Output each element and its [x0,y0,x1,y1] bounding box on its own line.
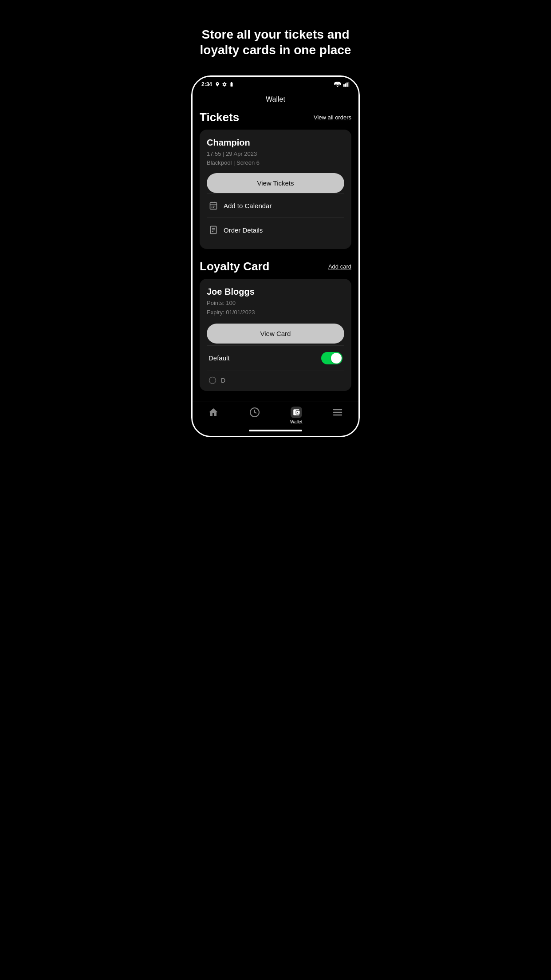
wallet-icon [291,407,302,418]
nav-item-wallet[interactable]: Wallet [276,407,317,424]
ticket-card-location: Blackpool | Screen 6 [207,158,344,167]
home-bar [249,430,302,431]
document-icon [209,225,218,235]
svg-rect-2 [346,83,348,87]
order-details-label: Order Details [224,226,263,234]
svg-rect-10 [215,206,216,207]
loyalty-section-header: Loyalty Card Add card [200,260,351,273]
tickets-section-header: Tickets View all orders [200,111,351,124]
view-card-button[interactable]: View Card [207,324,344,344]
battery-icon [229,82,234,87]
menu-icon [332,407,343,418]
loyalty-title: Loyalty Card [200,260,270,273]
partial-text: D [221,377,225,384]
svg-rect-3 [348,82,350,87]
add-to-calendar-row[interactable]: Add to Calendar [207,194,344,217]
view-tickets-button[interactable]: View Tickets [207,173,344,193]
history-icon [249,407,260,418]
partial-icon [209,376,216,384]
svg-rect-9 [213,206,214,207]
nav-item-history[interactable] [234,407,276,418]
svg-rect-0 [343,84,345,87]
add-to-calendar-label: Add to Calendar [224,202,272,209]
svg-rect-11 [212,207,213,208]
home-icon [208,407,219,418]
wallet-nav-label: Wallet [290,419,302,424]
svg-rect-1 [345,83,346,87]
calendar-icon [209,201,218,210]
loyalty-card-name: Joe Bloggs [207,287,344,297]
svg-rect-8 [212,206,213,207]
location-icon [215,82,220,87]
nav-item-home[interactable] [193,407,234,418]
home-indicator [193,427,358,436]
status-connectivity [334,82,350,87]
default-toggle-row: Default [207,345,344,371]
view-all-orders-link[interactable]: View all orders [314,114,351,121]
status-system-icons [215,82,234,87]
tickets-section: Tickets View all orders Champion 17:55 |… [193,111,358,260]
nav-item-menu[interactable] [317,407,359,418]
wifi-icon [334,82,341,87]
loyalty-card-expiry: Expiry: 01/01/2023 [207,308,344,317]
default-toggle[interactable] [321,352,342,364]
tickets-title: Tickets [200,111,239,124]
default-label: Default [209,354,230,362]
status-time-group: 2:34 [201,81,234,87]
signal-icon [343,82,350,87]
ticket-card-title: Champion [207,138,344,148]
ticket-card-datetime: 17:55 | 29 Apr 2023 [207,150,344,158]
loyalty-card: Joe Bloggs Points: 100 Expiry: 01/01/202… [200,279,351,391]
status-time: 2:34 [201,81,212,87]
partially-visible-row: D [207,371,344,384]
page-wrapper: Store all your tickets and loyalty cards… [184,9,367,437]
loyalty-card-points: Points: 100 [207,299,344,308]
phone-frame: 2:34 Wallet Tickets View all orders [191,75,360,437]
order-details-row[interactable]: Order Details [207,218,344,242]
wallet-title: Wallet [193,90,358,111]
toggle-knob [331,353,342,364]
headline: Store all your tickets and loyalty cards… [184,9,367,75]
svg-point-17 [209,377,216,383]
add-card-link[interactable]: Add card [328,263,351,270]
app-content: Wallet Tickets View all orders Champion … [193,90,358,402]
loyalty-card-section: Loyalty Card Add card Joe Bloggs Points:… [193,260,358,402]
svg-rect-12 [213,207,214,208]
status-bar: 2:34 [193,77,358,90]
bottom-nav: Wallet [193,402,358,427]
ticket-card: Champion 17:55 | 29 Apr 2023 Blackpool |… [200,130,351,249]
settings-icon [222,82,227,87]
